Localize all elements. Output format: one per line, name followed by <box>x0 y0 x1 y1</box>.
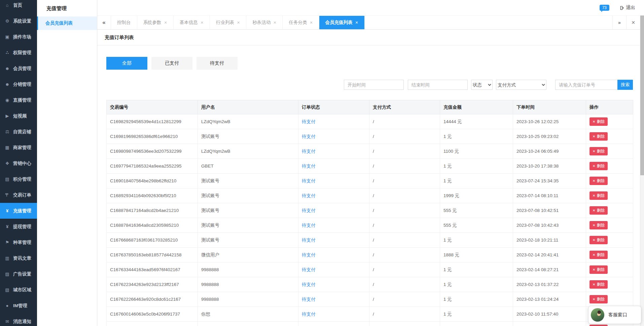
pay-type-cell: / <box>369 174 440 188</box>
tab-close-icon[interactable]: ✕ <box>201 21 204 25</box>
delete-button[interactable]: ✕删除 <box>589 191 608 200</box>
search-button[interactable]: 搜索 <box>617 80 633 90</box>
order-status-link[interactable]: 待支付 <box>302 164 316 169</box>
sidebar-item-marketing-tag[interactable]: ❖营销中心 <box>0 155 37 171</box>
sidebar-item-message-bubble[interactable]: ✉消息通知 <box>0 314 37 326</box>
delete-button[interactable]: ✕删除 <box>589 280 608 289</box>
tab-item[interactable]: 基本信息✕ <box>174 16 210 29</box>
delete-button[interactable]: ✕删除 <box>589 236 608 244</box>
sidebar-item-short-video[interactable]: ▶短视频 <box>0 108 37 124</box>
filter-tab[interactable]: 待支付 <box>196 57 238 70</box>
points-doc-icon: ▤ <box>4 177 10 182</box>
tab-close-icon[interactable]: ✕ <box>273 21 276 25</box>
order-no-input[interactable] <box>555 80 617 90</box>
sidebar-item-ads-image[interactable]: ▨广告设置 <box>0 266 37 282</box>
pay-type-select[interactable]: 支付方式 <box>496 80 546 90</box>
order-status-cell: 待支付 <box>298 248 369 262</box>
sidebar-item-label: 营销中心 <box>13 160 31 167</box>
tab-label: 任务分类 <box>289 20 307 26</box>
tabs-close-all-button[interactable]: ✕ <box>626 16 640 29</box>
tab-item[interactable]: 秒杀活动✕ <box>246 16 283 29</box>
status-select[interactable]: 状态 <box>471 80 493 90</box>
sidebar-item-im-chat[interactable]: ●IM管理 <box>0 298 37 314</box>
order-time-cell: 2023-02-08 12:40:44 <box>513 322 586 326</box>
table-row: C168929341164b092630bf5f210测试账号待支付/1999 … <box>107 188 633 203</box>
order-status-link[interactable]: 待支付 <box>302 178 316 183</box>
trade-no-cell: C169819698265386df61e966210 <box>107 129 198 144</box>
table-row: C167622266463e920c8dc61c21679988888待支付/1… <box>107 292 633 307</box>
notification-count-badge[interactable]: 73 <box>600 5 609 11</box>
sidebar-item-points-doc[interactable]: ▤积分管理 <box>0 171 37 187</box>
delete-label: 删除 <box>597 148 605 154</box>
logout-button[interactable]: 退出 <box>619 5 635 11</box>
order-status-link[interactable]: 待支付 <box>302 297 316 302</box>
order-status-link[interactable]: 待支付 <box>302 149 316 154</box>
delete-button[interactable]: ✕删除 <box>589 221 608 229</box>
sidebar-item-home[interactable]: ⌂首页 <box>0 0 37 13</box>
scrollbar-track[interactable] <box>640 15 644 326</box>
order-status-link[interactable]: 待支付 <box>302 193 316 198</box>
delete-button[interactable]: ✕删除 <box>589 132 608 141</box>
sidebar-item-label: 会员管理 <box>13 66 31 72</box>
delete-button[interactable]: ✕删除 <box>589 117 608 126</box>
order-status-cell: 待支付 <box>298 218 369 233</box>
tab-label: 基本信息 <box>180 20 198 26</box>
tab-item[interactable]: 系统参数✕ <box>137 16 174 29</box>
tabs-scroll-left-button[interactable]: « <box>97 16 111 29</box>
sidebar-item-distribution[interactable]: ☻分销管理 <box>0 76 37 92</box>
tab-close-icon[interactable]: ✕ <box>310 21 313 25</box>
tab-close-icon[interactable]: ✕ <box>355 21 358 25</box>
end-time-input[interactable] <box>408 80 468 90</box>
trade-no-cell: C167622266463e920c8dc61c2167 <box>107 292 198 307</box>
sidebar-item-merchant-bank[interactable]: ▦商家管理 <box>0 140 37 155</box>
sidebar-item-permission[interactable]: ∴权限管理 <box>0 45 37 61</box>
tab-label: 系统参数 <box>143 20 162 26</box>
column-header: 订单状态 <box>298 100 369 114</box>
tab-item[interactable]: 任务分类✕ <box>283 16 319 29</box>
tab-item[interactable]: 控制台 <box>111 16 137 29</box>
sidebar-item-news-article[interactable]: ▥资讯文章 <box>0 250 37 266</box>
tab-close-icon[interactable]: ✕ <box>237 21 240 25</box>
order-status-link[interactable]: 待支付 <box>302 282 316 287</box>
order-status-link[interactable]: 待支付 <box>302 208 316 213</box>
delete-button[interactable]: ✕删除 <box>589 251 608 259</box>
sidebar-item-trade-order[interactable]: 〒交易订单 <box>0 187 37 203</box>
sub-sidebar-item[interactable]: 会员充值列表 <box>37 16 97 30</box>
delete-button[interactable]: ✕删除 <box>589 147 608 155</box>
sidebar-item-gear[interactable]: ⚙系统设置 <box>0 13 37 29</box>
order-status-link[interactable]: 待支付 <box>302 119 316 124</box>
order-status-link[interactable]: 待支付 <box>302 238 316 243</box>
sidebar-item-flag[interactable]: ⚑种草管理 <box>0 234 37 250</box>
filter-tab[interactable]: 全部 <box>106 57 147 70</box>
delete-button[interactable]: ✕删除 <box>589 162 608 170</box>
tab-close-icon[interactable]: ✕ <box>164 21 167 25</box>
city-map-icon: ▧ <box>4 287 10 292</box>
tabs-scroll-right-button[interactable]: » <box>612 16 626 29</box>
sidebar-item-plugin-market[interactable]: ▣插件市场 <box>0 29 37 45</box>
support-chat-widget[interactable]: 客服窗口 <box>588 306 641 324</box>
order-status-link[interactable]: 待支付 <box>302 223 316 228</box>
amount-cell: 1 元 <box>440 322 513 326</box>
sidebar-item-recharge-yen[interactable]: ¥充值管理 <box>0 203 37 219</box>
sidebar-item-city-map[interactable]: ▧城市区域 <box>0 282 37 298</box>
delete-button[interactable]: ✕删除 <box>589 206 608 215</box>
delete-button[interactable]: ✕删除 <box>589 325 608 326</box>
sidebar-item-withdraw-yen[interactable]: ¥提现管理 <box>0 219 37 234</box>
filter-tab[interactable]: 已支付 <box>151 57 192 70</box>
delete-button[interactable]: ✕删除 <box>589 295 608 303</box>
sidebar-item-live-camera[interactable]: ◉直播管理 <box>0 92 37 108</box>
sidebar-item-scales[interactable]: ⚖自营店铺 <box>0 124 37 140</box>
order-status-link[interactable]: 待支付 <box>302 134 316 139</box>
sidebar-item-members[interactable]: ☻会员管理 <box>0 61 37 76</box>
tab-item[interactable]: 行业列表✕ <box>210 16 246 29</box>
search-filter-row: 状态 支付方式 搜索 <box>106 80 633 90</box>
order-status-link[interactable]: 待支付 <box>302 312 316 317</box>
delete-button[interactable]: ✕删除 <box>589 265 608 274</box>
scrollbar-thumb[interactable] <box>640 15 644 175</box>
order-status-link[interactable]: 待支付 <box>302 267 316 272</box>
tab-item[interactable]: 会员充值列表✕ <box>319 16 365 29</box>
start-time-input[interactable] <box>344 80 404 90</box>
sidebar-item-label: 权限管理 <box>13 50 31 56</box>
delete-button[interactable]: ✕删除 <box>589 177 608 185</box>
order-status-link[interactable]: 待支付 <box>302 252 316 257</box>
